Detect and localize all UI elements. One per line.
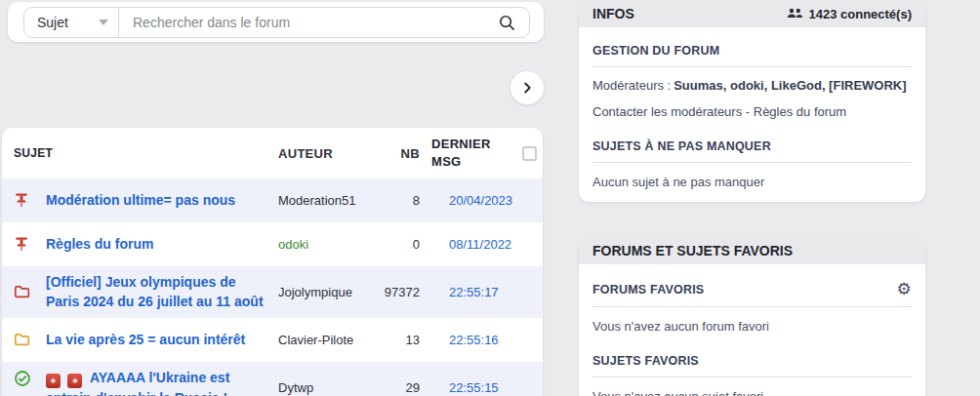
topic-author[interactable]: odoki (265, 237, 375, 252)
moderators-names: Suumas, odoki, LikeGod, [FIREWORK] (674, 78, 906, 93)
folder-icon (14, 284, 31, 299)
infos-panel: INFOS 1423 connecté(s) GESTION DU FORUM … (579, 0, 925, 202)
topic-last-msg[interactable]: 20/04/2023 (422, 193, 515, 208)
gear-icon[interactable]: ⚙ (897, 281, 912, 297)
next-page-button[interactable] (510, 70, 545, 105)
favorites-title: FORUMS ET SUJETS FAVORIS (592, 243, 793, 258)
topic-count: 13 (375, 333, 422, 347)
topic-last-msg[interactable]: 22:55:15 (422, 380, 515, 395)
topic-link[interactable]: [Officiel] Jeux olympiques de Paris 2024… (46, 272, 265, 312)
header-subject: SUJET (2, 146, 265, 160)
search-category-label: Sujet (37, 15, 99, 30)
sujets-favoris-heading: SUJETS FAVORIS (592, 354, 912, 368)
table-row: [Officiel] Jeux olympiques de Paris 2024… (2, 266, 543, 318)
topic-count: 97372 (375, 285, 422, 299)
forum-rules-link[interactable]: Règles du forum (754, 104, 846, 119)
connected-count: 1423 connecté(s) (787, 7, 913, 21)
section-heading-gestion: GESTION DU FORUM (592, 44, 912, 58)
sujets-favoris-empty-text: Vous n'avez aucun sujet favori (592, 389, 912, 396)
topic-last-msg[interactable]: 22:55:17 (422, 285, 515, 299)
topic-last-msg[interactable]: 22:55:16 (422, 333, 515, 347)
infos-panel-header: INFOS 1423 connecté(s) (579, 0, 925, 27)
topic-count: 0 (375, 237, 422, 252)
divider (592, 306, 912, 307)
forums-favoris-empty-text: Vous n'avez aucun forum favori (592, 319, 912, 334)
divider (592, 66, 912, 67)
topic-author[interactable]: Clavier-Pilote (265, 333, 375, 347)
search-category-select[interactable]: Sujet (24, 8, 119, 37)
topics-table: SUJET AUTEUR NB DERNIER MSG Modération u… (2, 128, 543, 396)
check-circle-icon (14, 370, 31, 387)
divider (592, 162, 912, 163)
table-row: Modération ultime= pas nous Moderation51… (2, 178, 543, 222)
favorites-panel-header: FORUMS ET SUJETS FAVORIS (579, 237, 925, 264)
search-input[interactable] (119, 8, 485, 37)
topic-count: 29 (375, 380, 422, 395)
folder-icon (14, 332, 31, 347)
header-count: NB (375, 146, 422, 161)
header-author: AUTEUR (265, 146, 375, 161)
search-icon (498, 14, 516, 32)
divider (592, 376, 912, 377)
moderators-label: Modérateurs : (592, 78, 671, 93)
chevron-right-icon (518, 79, 536, 97)
must-see-empty-text: Aucun sujet à ne pas manquer (592, 175, 912, 189)
header-last-msg: DERNIER MSG (422, 136, 486, 170)
topic-link[interactable]: La vie après 25 = aucun intérêt (46, 330, 245, 349)
table-row: Règles du forum odoki 0 08/11/2022 (2, 222, 543, 266)
contact-moderators-link[interactable]: Contacter les modérateurs (592, 104, 742, 119)
topic-author[interactable]: Dytwp (265, 380, 375, 395)
users-icon (787, 8, 803, 20)
pin-icon (14, 192, 31, 208)
chevron-down-icon (99, 20, 108, 25)
topic-count: 8 (375, 193, 422, 208)
search-button[interactable] (485, 8, 529, 37)
pin-icon (14, 236, 31, 252)
topic-author[interactable]: Jojolympique (265, 285, 375, 299)
topic-last-msg[interactable]: 08/11/2022 (422, 237, 515, 252)
forum-search-card: Sujet (8, 2, 544, 42)
moderation-links: Contacter les modérateurs - Règles du fo… (592, 104, 912, 119)
table-row: ✶ ✶ AYAAAA l'Ukraine est entrain d'envah… (2, 362, 543, 396)
forums-favoris-heading-row: FORUMS FAVORIS ⚙ (592, 281, 912, 297)
select-all-checkbox[interactable] (522, 146, 537, 161)
table-header-row: SUJET AUTEUR NB DERNIER MSG (2, 128, 543, 178)
topic-link[interactable]: Règles du forum (46, 234, 153, 254)
favorites-panel: FORUMS ET SUJETS FAVORIS FORUMS FAVORIS … (579, 237, 925, 396)
table-row: La vie après 25 = aucun intérêt Clavier-… (2, 318, 543, 362)
section-heading-must-see: SUJETS À NE PAS MANQUER (592, 139, 912, 153)
forums-favoris-heading: FORUMS FAVORIS (592, 283, 704, 297)
siren-emoji: ✶ (46, 374, 61, 388)
topic-author[interactable]: Moderation51 (265, 193, 375, 208)
infos-title: INFOS (592, 6, 634, 21)
moderators-line: Modérateurs :Suumas, odoki, LikeGod, [FI… (592, 78, 912, 93)
topic-link[interactable]: Modération ultime= pas nous (46, 190, 235, 210)
siren-emoji: ✶ (67, 374, 82, 388)
search-group: Sujet (23, 7, 530, 38)
